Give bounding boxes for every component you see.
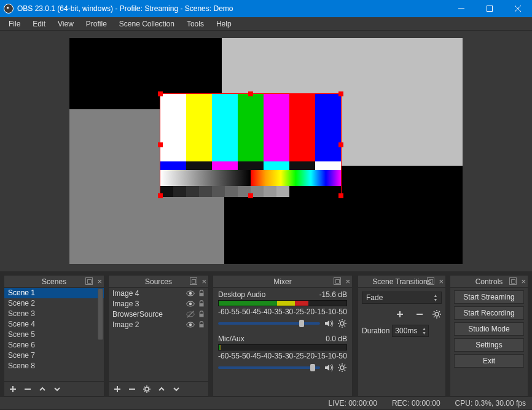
menu-profile[interactable]: Profile [80,18,113,29]
controls-panel: Controls× Start Streaming Start Recordin… [450,275,528,396]
scene-item[interactable]: Scene 8 [4,361,104,371]
close-icon[interactable]: × [201,277,206,286]
svg-rect-9 [200,303,204,306]
status-live: LIVE: 00:00:00 [328,399,377,408]
move-up-button[interactable] [154,382,169,396]
popout-icon[interactable] [334,277,341,285]
source-label: Image 3 [112,300,186,308]
meter-scale: -60-55-50-45-40-35-30-25-20-15-10-50 [218,308,347,316]
scene-item[interactable]: Scene 5 [4,330,104,340]
source-item[interactable]: BrowserSource [109,309,208,319]
duration-input[interactable]: 300ms▲▼ [392,325,429,337]
move-up-button[interactable] [35,382,50,396]
visibility-hidden-icon[interactable] [186,310,195,319]
close-icon[interactable]: × [521,277,526,286]
resize-handle-icon[interactable] [158,142,163,147]
scrollbar-thumb[interactable] [98,288,103,340]
minimize-button[interactable] [447,0,475,17]
visibility-icon[interactable] [186,289,195,298]
scene-item[interactable]: Scene 2 [4,298,104,309]
visibility-icon[interactable] [186,300,195,308]
resize-handle-icon[interactable] [338,91,343,96]
preview-area[interactable] [0,31,532,271]
move-down-button[interactable] [50,382,65,396]
add-transition-button[interactable] [393,308,407,321]
menu-bar: File Edit View Profile Scene Collection … [0,17,532,31]
scene-item[interactable]: Scene 1 [4,288,104,298]
resize-handle-icon[interactable] [248,91,253,96]
scenes-list[interactable]: Scene 1 Scene 2 Scene 3 Scene 4 Scene 5 … [4,288,104,381]
menu-help[interactable]: Help [210,18,238,29]
scene-item[interactable]: Scene 4 [4,319,104,330]
audio-meter [218,300,347,306]
channel-settings-button[interactable] [337,363,347,373]
menu-file[interactable]: File [2,18,26,29]
mute-button[interactable] [324,363,334,373]
source-item[interactable]: Image 2 [109,319,208,330]
resize-handle-icon[interactable] [158,91,163,96]
lock-icon[interactable] [197,310,206,319]
close-icon[interactable]: × [439,277,444,286]
settings-button[interactable]: Settings [454,338,524,352]
source-label: Image 4 [112,289,186,298]
source-item[interactable]: Image 4 [109,288,208,298]
volume-slider[interactable] [218,366,320,369]
preview-canvas[interactable] [69,38,463,264]
source-image-4-selected[interactable] [160,93,342,196]
scene-item[interactable]: Scene 3 [4,309,104,319]
source-properties-button[interactable] [139,382,154,396]
scene-item[interactable]: Scene 7 [4,350,104,361]
popout-icon[interactable] [427,277,434,285]
channel-settings-button[interactable] [337,319,347,328]
studio-mode-button[interactable]: Studio Mode [454,322,524,336]
status-rec: REC: 00:00:00 [392,399,440,408]
exit-button[interactable]: Exit [454,354,524,368]
start-streaming-button[interactable]: Start Streaming [454,290,524,304]
svg-point-8 [189,302,192,304]
resize-handle-icon[interactable] [158,193,163,198]
resize-handle-icon[interactable] [338,142,343,147]
add-source-button[interactable] [110,382,125,396]
source-label: BrowserSource [112,310,186,319]
status-cpu: CPU: 0.3%, 30.00 fps [455,399,526,408]
controls-title: Controls [475,277,503,286]
remove-transition-button[interactable] [412,308,427,321]
remove-source-button[interactable] [125,382,139,396]
svg-point-17 [340,322,344,325]
close-icon[interactable]: × [97,277,102,286]
remove-scene-button[interactable] [20,382,35,396]
move-down-button[interactable] [169,382,184,396]
scene-item[interactable]: Scene 6 [4,340,104,350]
lock-icon[interactable] [197,300,206,308]
menu-tools[interactable]: Tools [181,18,210,29]
channel-db: 0.0 dB [326,335,347,343]
resize-handle-icon[interactable] [338,193,343,198]
close-icon[interactable]: × [345,277,350,286]
popout-icon[interactable] [190,277,197,285]
add-scene-button[interactable] [6,382,20,396]
popout-icon[interactable] [509,277,517,285]
mute-button[interactable] [324,319,334,328]
source-item[interactable]: Image 3 [109,298,208,309]
sources-list[interactable]: Image 4 Image 3 BrowserSource Image 2 [109,288,208,381]
resize-handle-icon[interactable] [248,193,253,198]
spinner-icon[interactable]: ▲▼ [420,325,428,336]
scenes-title: Scenes [42,277,66,286]
menu-edit[interactable]: Edit [26,18,52,29]
menu-view[interactable]: View [52,18,80,29]
visibility-icon[interactable] [186,320,195,329]
transition-select[interactable]: Fade▲▼ [362,292,442,304]
start-recording-button[interactable]: Start Recording [454,306,524,320]
lock-icon[interactable] [197,320,206,329]
volume-slider[interactable] [218,322,320,325]
svg-rect-1 [487,6,493,12]
popout-icon[interactable] [85,277,93,285]
lock-icon[interactable] [197,289,206,298]
menu-scene-collection[interactable]: Scene Collection [113,18,181,29]
svg-point-14 [189,323,192,325]
transition-settings-button[interactable] [432,309,442,319]
close-button[interactable] [504,0,532,17]
svg-point-19 [435,312,439,316]
maximize-button[interactable] [475,0,504,17]
channel-db: -15.6 dB [319,290,347,299]
